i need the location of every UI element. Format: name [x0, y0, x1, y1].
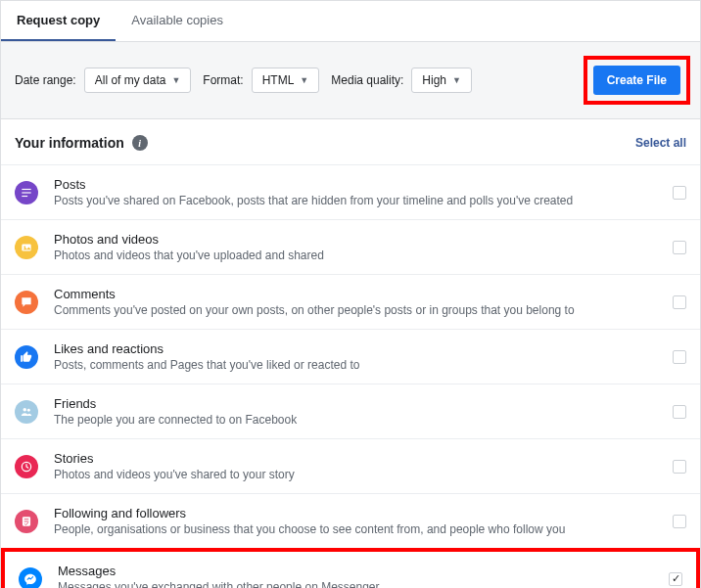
tab-available-copies[interactable]: Available copies — [116, 1, 239, 41]
item-row[interactable]: MessagesMessages you've exchanged with o… — [1, 548, 700, 588]
tab-request-copy[interactable]: Request copy — [1, 1, 116, 41]
select-all-link[interactable]: Select all — [635, 136, 686, 150]
likes-icon — [15, 345, 38, 369]
item-desc: Photos and videos you've shared to your … — [54, 468, 661, 481]
item-title: Comments — [54, 287, 661, 301]
quality-value: High — [422, 73, 446, 87]
caret-down-icon: ▼ — [300, 75, 308, 85]
svg-rect-0 — [22, 188, 30, 189]
section-title: Your information — [15, 135, 124, 151]
item-body: MessagesMessages you've exchanged with o… — [58, 564, 657, 588]
stories-icon — [15, 455, 38, 478]
friends-icon — [15, 400, 38, 424]
item-desc: Posts you've shared on Facebook, posts t… — [54, 194, 661, 207]
svg-rect-3 — [22, 244, 30, 250]
item-row[interactable]: Likes and reactionsPosts, comments and P… — [1, 329, 700, 384]
item-body: PostsPosts you've shared on Facebook, po… — [54, 177, 661, 207]
svg-point-5 — [23, 407, 27, 411]
svg-rect-1 — [22, 192, 30, 193]
item-row[interactable]: CommentsComments you've posted on your o… — [1, 274, 700, 329]
item-body: Following and followersPeople, organisat… — [54, 506, 661, 536]
quality-select[interactable]: High ▼ — [411, 68, 472, 93]
item-row[interactable]: FriendsThe people you are connected to o… — [1, 384, 700, 438]
caret-down-icon: ▼ — [171, 75, 180, 85]
item-body: Photos and videosPhotos and videos that … — [54, 232, 661, 262]
item-row[interactable]: Following and followersPeople, organisat… — [1, 493, 700, 548]
svg-point-6 — [27, 408, 30, 411]
items-list: PostsPosts you've shared on Facebook, po… — [1, 164, 700, 588]
item-checkbox[interactable] — [673, 350, 686, 364]
item-desc: Posts, comments and Pages that you've li… — [54, 358, 661, 372]
format-value: HTML — [262, 73, 295, 87]
item-title: Following and followers — [54, 506, 661, 520]
date-range-label: Date range: — [15, 73, 76, 87]
format-label: Format: — [203, 73, 243, 87]
item-title: Posts — [54, 177, 661, 192]
caret-down-icon: ▼ — [452, 75, 461, 85]
item-title: Messages — [58, 564, 657, 578]
item-body: StoriesPhotos and videos you've shared t… — [54, 451, 661, 481]
item-body: FriendsThe people you are connected to o… — [54, 396, 661, 427]
controls-bar: Date range: All of my data ▼ Format: HTM… — [1, 42, 700, 119]
item-row[interactable]: Photos and videosPhotos and videos that … — [1, 219, 700, 274]
comments-icon — [15, 291, 38, 314]
svg-rect-2 — [22, 195, 27, 196]
item-checkbox[interactable] — [673, 295, 686, 309]
item-checkbox[interactable] — [669, 572, 682, 586]
item-row[interactable]: StoriesPhotos and videos you've shared t… — [1, 438, 700, 493]
section-header: Your information i Select all — [1, 119, 700, 164]
item-title: Photos and videos — [54, 232, 661, 247]
date-range-select[interactable]: All of my data ▼ — [84, 68, 192, 93]
tabs: Request copy Available copies — [1, 1, 700, 42]
item-title: Stories — [54, 451, 661, 466]
format-select[interactable]: HTML ▼ — [252, 68, 320, 93]
info-icon[interactable]: i — [132, 135, 148, 151]
item-checkbox[interactable] — [673, 405, 686, 419]
photos-icon — [15, 236, 38, 259]
posts-icon — [15, 181, 38, 204]
item-body: CommentsComments you've posted on your o… — [54, 287, 661, 317]
item-title: Likes and reactions — [54, 341, 661, 356]
item-desc: The people you are connected to on Faceb… — [54, 413, 661, 427]
item-title: Friends — [54, 396, 661, 411]
item-desc: People, organisations or business that y… — [54, 522, 661, 536]
quality-label: Media quality: — [331, 73, 403, 87]
date-range-value: All of my data — [95, 73, 166, 87]
item-desc: Photos and videos that you've uploaded a… — [54, 249, 661, 262]
item-row[interactable]: PostsPosts you've shared on Facebook, po… — [1, 164, 700, 219]
item-checkbox[interactable] — [673, 515, 686, 528]
item-desc: Comments you've posted on your own posts… — [54, 303, 661, 317]
item-checkbox[interactable] — [673, 186, 686, 200]
item-body: Likes and reactionsPosts, comments and P… — [54, 341, 661, 372]
following-icon — [15, 510, 38, 533]
create-file-button[interactable]: Create File — [593, 66, 680, 95]
item-checkbox[interactable] — [673, 241, 686, 254]
item-desc: Messages you've exchanged with other peo… — [58, 580, 657, 588]
create-file-highlight: Create File — [584, 56, 690, 105]
messages-icon — [19, 567, 42, 589]
item-checkbox[interactable] — [673, 460, 686, 474]
